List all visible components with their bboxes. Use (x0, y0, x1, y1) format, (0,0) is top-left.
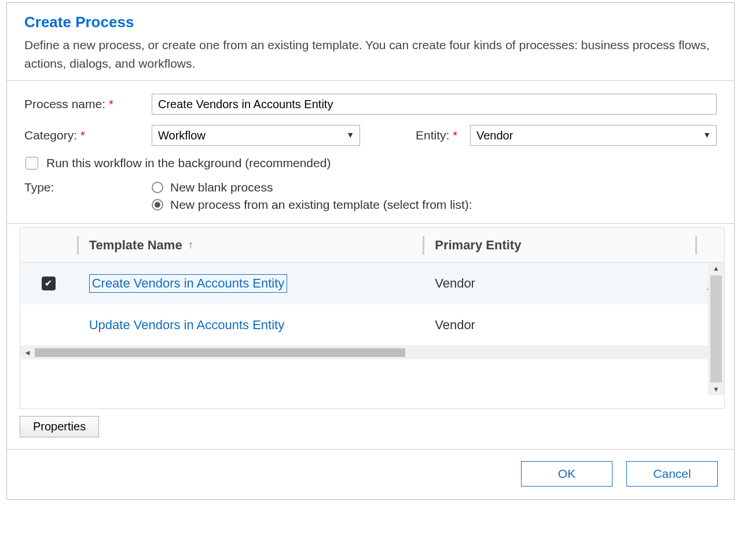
entity-select[interactable]: Vendor ▼ (470, 125, 717, 146)
column-separator (77, 236, 79, 255)
primary-entity-cell: Vendor (435, 318, 695, 333)
col-template-label: Template Name (89, 238, 182, 253)
table-row[interactable]: Update Vendors in Accounts Entity Vendor… (20, 304, 724, 346)
grid-footer-spacer (20, 359, 724, 408)
scroll-thumb[interactable] (710, 275, 722, 382)
category-entity-row: Category: * Workflow ▼ Entity: * Vendor … (24, 125, 717, 146)
entity-value: Vendor (476, 129, 513, 142)
required-icon: * (109, 98, 113, 111)
process-name-label-text: Process name: (24, 97, 105, 111)
entity-label: Entity: * (360, 128, 470, 142)
column-separator (695, 236, 697, 255)
process-name-row: Process name: * (24, 94, 717, 115)
grid-header: Template Name ↑ Primary Entity (20, 228, 724, 263)
cancel-button[interactable]: Cancel (626, 461, 718, 487)
template-link[interactable]: Create Vendors in Accounts Entity (89, 274, 288, 293)
category-label-text: Category: (24, 128, 77, 142)
properties-button[interactable]: Properties (20, 416, 99, 437)
category-select-button[interactable]: Workflow (152, 125, 360, 146)
type-label: Type: (24, 180, 152, 194)
required-icon: * (453, 129, 457, 142)
scroll-down-icon[interactable]: ▼ (713, 384, 720, 395)
template-name-cell[interactable]: Update Vendors in Accounts Entity (89, 318, 423, 333)
process-name-label: Process name: * (24, 97, 152, 111)
entity-select-button[interactable]: Vendor (470, 125, 717, 146)
category-value: Workflow (158, 129, 206, 142)
form-area: Process name: * Category: * Workflow ▼ E… (7, 81, 734, 223)
col-template-name-header[interactable]: Template Name ↑ (89, 238, 423, 253)
table-row[interactable]: ✔ Create Vendors in Accounts Entity Vend… (20, 263, 724, 304)
grid-body: ✔ Create Vendors in Accounts Entity Vend… (20, 263, 724, 346)
category-select[interactable]: Workflow ▼ (152, 125, 360, 146)
vertical-scrollbar[interactable]: ▲ ▼ (708, 263, 724, 395)
column-separator (423, 236, 424, 255)
template-name-cell[interactable]: Create Vendors in Accounts Entity (89, 274, 423, 293)
divider (7, 223, 734, 224)
checkbox-checked-icon[interactable]: ✔ (42, 277, 56, 290)
create-process-dialog: Create Process Define a new process, or … (6, 2, 735, 500)
radio-from-template[interactable]: New process from an existing template (s… (152, 198, 472, 212)
entity-label-text: Entity: (416, 128, 449, 142)
scroll-thumb[interactable] (35, 348, 405, 357)
properties-row: Properties (7, 414, 734, 449)
radio-icon[interactable] (152, 199, 163, 211)
type-row: Type: New blank process New process from… (24, 180, 717, 212)
dialog-header: Create Process Define a new process, or … (7, 3, 734, 80)
radio-blank-process[interactable]: New blank process (152, 180, 472, 194)
radio-template-label: New process from an existing template (s… (170, 198, 472, 212)
template-grid: Template Name ↑ Primary Entity ✔ Create … (20, 227, 725, 409)
category-label: Category: * (24, 128, 152, 142)
dialog-title: Create Process (24, 13, 717, 31)
sort-ascending-icon: ↑ (188, 239, 193, 251)
process-name-input[interactable] (152, 94, 717, 115)
primary-entity-cell: Vendor (435, 276, 695, 291)
radio-icon[interactable] (152, 182, 163, 193)
background-checkbox[interactable] (25, 157, 38, 170)
dialog-footer: OK Cancel (7, 449, 734, 499)
dialog-description: Define a new process, or create one from… (24, 36, 717, 72)
required-icon: * (80, 129, 85, 142)
scroll-up-icon[interactable]: ▲ (713, 263, 720, 274)
horizontal-scrollbar[interactable]: ◄ ► (20, 346, 724, 359)
col-entity-label: Primary Entity (435, 238, 521, 252)
radio-blank-label: New blank process (170, 180, 273, 194)
template-link[interactable]: Update Vendors in Accounts Entity (89, 318, 285, 333)
type-radio-group: New blank process New process from an ex… (152, 180, 472, 212)
background-checkbox-row[interactable]: Run this workflow in the background (rec… (25, 156, 717, 170)
col-primary-entity-header[interactable]: Primary Entity (435, 238, 695, 253)
row-checkbox-cell[interactable]: ✔ (20, 277, 77, 290)
background-label: Run this workflow in the background (rec… (46, 156, 331, 170)
ok-button[interactable]: OK (521, 461, 612, 487)
scroll-left-icon[interactable]: ◄ (20, 348, 35, 357)
